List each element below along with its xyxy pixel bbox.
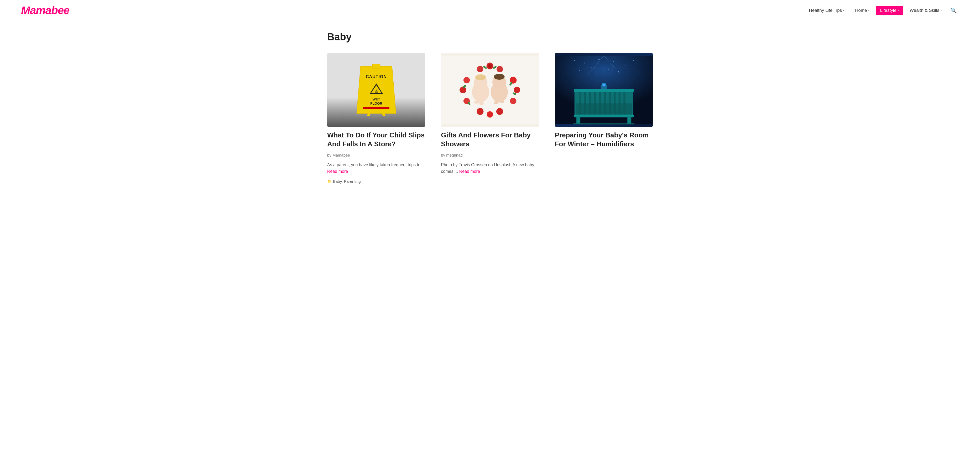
nav-label-lifestyle: Lifestyle	[880, 8, 897, 13]
svg-point-38	[474, 101, 479, 104]
svg-line-10	[383, 111, 384, 116]
main-nav: Healthy Life Tips ▾ Home ▾ Lifestyle ▾ W…	[805, 5, 959, 16]
by-label: by	[327, 153, 331, 157]
svg-point-46	[613, 61, 614, 62]
search-icon: 🔍	[950, 8, 957, 13]
svg-point-25	[463, 77, 470, 83]
chevron-down-icon: ▾	[940, 9, 942, 12]
article-excerpt: Photo by Travis Grossen on Unsplash A ne…	[441, 162, 539, 175]
caution-sign-svg: CAUTION ⚠ WET FLOOR	[355, 64, 397, 116]
chevron-down-icon: ▾	[843, 9, 845, 12]
svg-text:WET: WET	[372, 97, 380, 101]
svg-point-20	[496, 108, 503, 115]
article-title-link[interactable]: Gifts And Flowers For Baby Showers	[441, 131, 530, 148]
article-title: Preparing Your Baby's Room For Winter – …	[555, 131, 653, 149]
article-image-babies	[441, 53, 539, 127]
article-card: CAUTION ⚠ WET FLOOR What To	[327, 53, 425, 184]
read-more-link[interactable]: Read more	[327, 169, 348, 174]
svg-point-48	[591, 68, 592, 68]
svg-point-18	[514, 87, 520, 93]
svg-point-45	[598, 59, 600, 60]
article-author: by meghnad	[441, 153, 539, 157]
read-more-link[interactable]: Read more	[459, 169, 480, 174]
svg-point-41	[499, 100, 504, 103]
article-image-caution: CAUTION ⚠ WET FLOOR	[327, 53, 425, 127]
article-categories: Baby, Parenting	[333, 179, 361, 184]
nav-item-lifestyle[interactable]: Lifestyle ▾	[876, 6, 903, 15]
nav-item-home[interactable]: Home ▾	[851, 6, 873, 15]
svg-point-21	[487, 111, 493, 117]
site-header: Mamabee Healthy Life Tips ▾ Home ▾ Lifes…	[0, 0, 980, 21]
main-content: Baby CAUTION ⚠	[306, 21, 674, 194]
svg-point-22	[477, 108, 484, 115]
svg-rect-1	[372, 64, 380, 68]
svg-point-49	[608, 69, 609, 70]
svg-line-9	[368, 111, 370, 116]
author-name: meghnad	[446, 153, 463, 157]
nav-label-home: Home	[855, 8, 867, 13]
svg-point-44	[584, 62, 585, 63]
svg-point-39	[479, 102, 484, 105]
nav-label-healthy-life-tips: Healthy Life Tips	[809, 8, 842, 13]
svg-point-40	[494, 101, 499, 104]
nav-item-healthy-life-tips[interactable]: Healthy Life Tips ▾	[805, 6, 849, 15]
by-label: by	[441, 153, 445, 157]
svg-point-53	[618, 71, 619, 72]
chevron-down-icon: ▾	[868, 9, 870, 12]
article-card: Preparing Your Baby's Room For Winter – …	[555, 53, 653, 184]
svg-point-16	[477, 66, 484, 72]
svg-point-50	[579, 70, 580, 71]
nav-item-wealth-skills[interactable]: Wealth & Skills ▾	[905, 6, 946, 15]
nav-label-wealth-skills: Wealth & Skills	[910, 8, 939, 13]
article-title-link[interactable]: Preparing Your Baby's Room For Winter – …	[555, 131, 649, 148]
author-name: Mamabee	[332, 153, 350, 157]
svg-text:CAUTION: CAUTION	[366, 74, 387, 79]
svg-point-47	[625, 65, 626, 66]
chevron-down-icon: ▾	[897, 9, 899, 12]
article-author: by Mamabee	[327, 153, 425, 157]
page-title: Baby	[327, 32, 653, 43]
svg-rect-79	[573, 123, 635, 125]
svg-rect-80	[576, 103, 632, 115]
article-meta: 📁 Baby, Parenting	[327, 179, 425, 184]
svg-point-34	[475, 74, 486, 80]
svg-rect-75	[574, 89, 634, 92]
site-logo[interactable]: Mamabee	[21, 4, 69, 17]
article-title: What To Do If Your Child Slips And Falls…	[327, 131, 425, 149]
svg-rect-8	[363, 107, 390, 109]
article-card: Gifts And Flowers For Baby Showers by me…	[441, 53, 539, 184]
article-image-crib	[555, 53, 653, 127]
svg-point-19	[510, 98, 517, 104]
search-button[interactable]: 🔍	[948, 5, 959, 16]
svg-point-52	[574, 60, 575, 61]
svg-text:⚠: ⚠	[374, 89, 378, 93]
folder-icon: 📁	[327, 179, 331, 183]
article-title: Gifts And Flowers For Baby Showers	[441, 131, 539, 149]
svg-point-63	[602, 84, 605, 87]
svg-text:FLOOR: FLOOR	[370, 101, 382, 105]
svg-point-14	[488, 64, 492, 68]
crib-svg	[555, 53, 653, 127]
article-excerpt: As a parent, you have likely taken frequ…	[327, 162, 425, 175]
article-title-link[interactable]: What To Do If Your Child Slips And Falls…	[327, 131, 425, 148]
svg-point-37	[494, 74, 505, 79]
svg-point-51	[633, 60, 634, 61]
babies-svg	[441, 53, 539, 127]
articles-grid: CAUTION ⚠ WET FLOOR What To	[327, 53, 653, 184]
svg-point-15	[496, 66, 503, 72]
